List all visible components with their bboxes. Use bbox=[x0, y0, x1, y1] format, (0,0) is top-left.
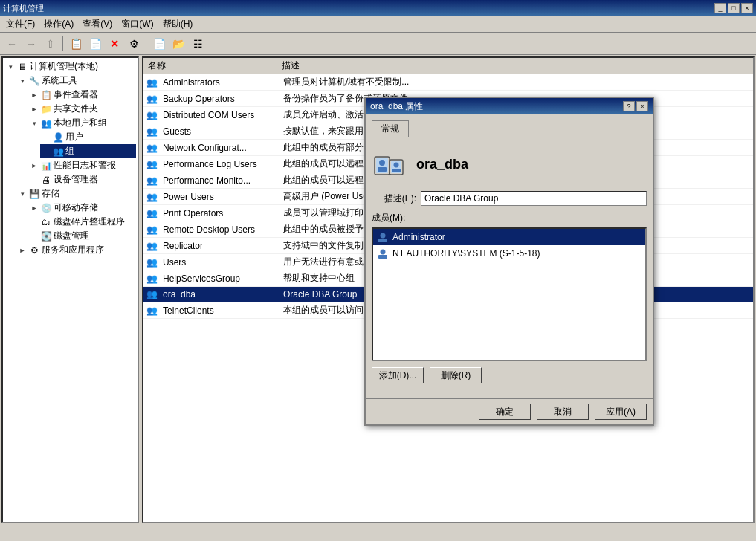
remove-member-button[interactable]: 删除(R) bbox=[430, 367, 482, 383]
dialog-help-button[interactable]: ? bbox=[623, 101, 635, 111]
svg-point-8 bbox=[381, 233, 386, 239]
svg-rect-3 bbox=[378, 167, 387, 172]
members-list[interactable]: Administrator NT AUTHORITY\SYSTEM (S-1-5… bbox=[372, 227, 647, 361]
description-input[interactable] bbox=[421, 191, 647, 206]
properties-dialog: ora_dba 属性 ? × 常规 bbox=[364, 97, 654, 426]
member-name: Administrator bbox=[392, 232, 445, 242]
dialog-group-name: ora_dba bbox=[416, 157, 468, 172]
svg-rect-7 bbox=[392, 169, 401, 172]
dialog-footer: 确定 取消 应用(A) bbox=[366, 398, 653, 424]
member-item-administrator[interactable]: Administrator bbox=[373, 229, 645, 245]
dialog-group-icon bbox=[372, 146, 407, 182]
description-field-row: 描述(E): bbox=[372, 191, 647, 206]
svg-point-2 bbox=[379, 160, 385, 166]
dialog-tabs: 常规 bbox=[372, 120, 647, 137]
dialog-close-button[interactable]: × bbox=[636, 101, 648, 111]
dialog-title-buttons[interactable]: ? × bbox=[623, 101, 648, 111]
description-label: 描述(E): bbox=[372, 192, 416, 205]
members-label: 成员(M): bbox=[372, 212, 647, 224]
member-icon bbox=[376, 230, 390, 244]
dialog-overlay: ora_dba 属性 ? × 常规 bbox=[0, 0, 756, 541]
dialog-title-bar: ora_dba 属性 ? × bbox=[366, 98, 653, 114]
apply-button[interactable]: 应用(A) bbox=[595, 404, 647, 420]
member-item-system[interactable]: NT AUTHORITY\SYSTEM (S-1-5-18) bbox=[373, 245, 645, 262]
ok-button[interactable]: 确定 bbox=[479, 404, 531, 420]
dialog-body: 常规 bbox=[366, 114, 653, 398]
add-member-button[interactable]: 添加(D)... bbox=[372, 367, 424, 383]
dialog-action-buttons: 添加(D)... 删除(R) bbox=[372, 367, 647, 383]
dialog-title-text: ora_dba 属性 bbox=[370, 100, 623, 113]
svg-rect-9 bbox=[378, 239, 387, 242]
dialog-header-row: ora_dba bbox=[372, 146, 647, 182]
svg-point-6 bbox=[394, 163, 399, 168]
dialog-tab-content: ora_dba 描述(E): 成员(M): bbox=[372, 143, 647, 392]
tab-general[interactable]: 常规 bbox=[372, 120, 409, 137]
member-name: NT AUTHORITY\SYSTEM (S-1-5-18) bbox=[392, 248, 540, 259]
svg-point-10 bbox=[381, 250, 386, 255]
cancel-button[interactable]: 取消 bbox=[537, 404, 589, 420]
svg-rect-11 bbox=[378, 255, 387, 259]
member-icon bbox=[376, 247, 390, 260]
